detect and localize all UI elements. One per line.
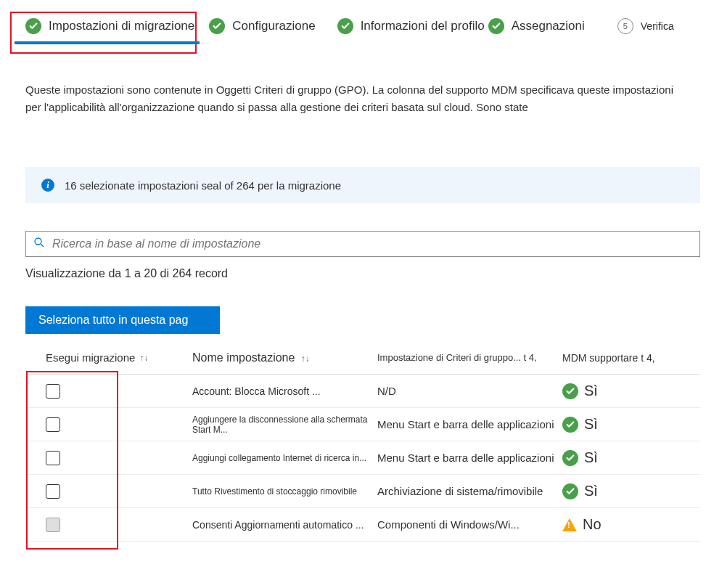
check-icon <box>25 18 41 34</box>
sort-icon: ↑↓ <box>139 353 148 363</box>
step-verify[interactable]: 5 Verifica <box>617 18 674 34</box>
step-migration-settings[interactable]: Impostazioni di migrazione <box>25 18 194 34</box>
setting-name[interactable]: Account: Blocca Microsoft ... <box>192 385 377 397</box>
mdm-support: Sì <box>562 449 686 466</box>
migrate-checkbox[interactable] <box>46 384 60 399</box>
table-row: Tutto Rivestimento di stoccaggio rimovib… <box>25 475 700 508</box>
migrate-checkbox[interactable] <box>46 451 60 465</box>
table-row: Aggiungi collegamento Internet di ricerc… <box>25 441 700 475</box>
migrate-checkbox[interactable] <box>46 484 60 499</box>
column-name[interactable]: Nome impostazione ↑↓ <box>192 351 377 364</box>
gpo-path: Menu Start e barra delle applicazioni <box>377 418 562 430</box>
active-underline <box>15 41 200 44</box>
mdm-value: Sì <box>584 383 598 399</box>
setting-name[interactable]: Aggiungere la disconnessione alla scherm… <box>192 415 377 435</box>
check-icon <box>337 18 353 34</box>
search-input[interactable] <box>52 237 692 250</box>
table-row: Consenti Aggiornamenti automatico ...Com… <box>25 508 700 542</box>
step-label: Verifica <box>641 20 674 32</box>
mdm-value: Sì <box>584 449 598 466</box>
search-box[interactable] <box>25 231 700 257</box>
table-row: Aggiungere la disconnessione alla scherm… <box>25 408 700 441</box>
check-icon <box>209 18 225 34</box>
search-icon <box>33 237 45 251</box>
select-all-button[interactable]: Seleziona tutto in questa pag <box>25 306 220 334</box>
step-number-icon: 5 <box>617 18 633 34</box>
step-label: Assegnazioni <box>512 19 585 33</box>
info-banner: i 16 selezionate impostazioni seal of 26… <box>25 167 700 203</box>
gpo-path: N/D <box>377 385 562 397</box>
check-icon <box>562 417 578 433</box>
setting-name[interactable]: Tutto Rivestimento di stoccaggio rimovib… <box>192 486 377 497</box>
migrate-checkbox <box>46 518 60 532</box>
gpo-path: Componenti di Windows/Wi... <box>377 518 562 531</box>
mdm-support: Sì <box>562 483 686 499</box>
table-row: Account: Blocca Microsoft ...N/DSì <box>25 375 700 408</box>
description-text: Queste impostazioni sono contenute in Og… <box>25 81 686 116</box>
step-profile-info[interactable]: Informazioni del profilo <box>337 18 485 34</box>
svg-point-0 <box>35 238 41 245</box>
mdm-value: No <box>583 516 602 533</box>
warning-icon <box>562 518 577 531</box>
record-count-text: Visualizzazione da 1 a 20 di 264 record <box>25 267 706 280</box>
info-icon: i <box>41 179 54 192</box>
migrate-checkbox[interactable] <box>46 417 60 432</box>
sort-icon: ↑↓ <box>301 354 310 364</box>
step-label: Informazioni del profilo <box>361 19 485 33</box>
banner-text: 16 selezionate impostazioni seal of 264 … <box>65 179 341 192</box>
mdm-support: Sì <box>562 416 686 433</box>
step-configuration[interactable]: Configurazione <box>209 18 315 34</box>
step-label: Impostazioni di migrazione <box>49 19 194 33</box>
check-icon <box>562 483 578 499</box>
step-assignments[interactable]: Assegnazioni <box>488 18 585 34</box>
check-icon <box>562 383 578 399</box>
mdm-value: Sì <box>584 483 598 499</box>
mdm-support: Sì <box>562 383 686 399</box>
column-mdm[interactable]: MDM supportare t 4, <box>562 352 686 364</box>
setting-name[interactable]: Consenti Aggiornamenti automatico ... <box>192 519 377 531</box>
mdm-support: No <box>562 516 686 533</box>
svg-line-1 <box>41 244 44 247</box>
gpo-path: Menu Start e barra delle applicazioni <box>377 452 562 464</box>
column-migrate[interactable]: Esegui migrazione ↑↓ <box>25 351 192 364</box>
gpo-path: Archiviazione di sistema/rimovibile <box>377 485 562 497</box>
wizard-stepper: Impostazioni di migrazione Configurazion… <box>25 18 706 34</box>
check-icon <box>488 18 504 34</box>
step-label: Configurazione <box>232 19 315 33</box>
settings-table: Esegui migrazione ↑↓ Nome impostazione ↑… <box>25 341 700 542</box>
mdm-value: Sì <box>584 416 598 433</box>
table-header: Esegui migrazione ↑↓ Nome impostazione ↑… <box>25 341 700 375</box>
setting-name[interactable]: Aggiungi collegamento Internet di ricerc… <box>192 453 377 463</box>
check-icon <box>562 450 578 466</box>
column-gpo[interactable]: Impostazione di Criteri di gruppo... t 4… <box>377 352 562 363</box>
